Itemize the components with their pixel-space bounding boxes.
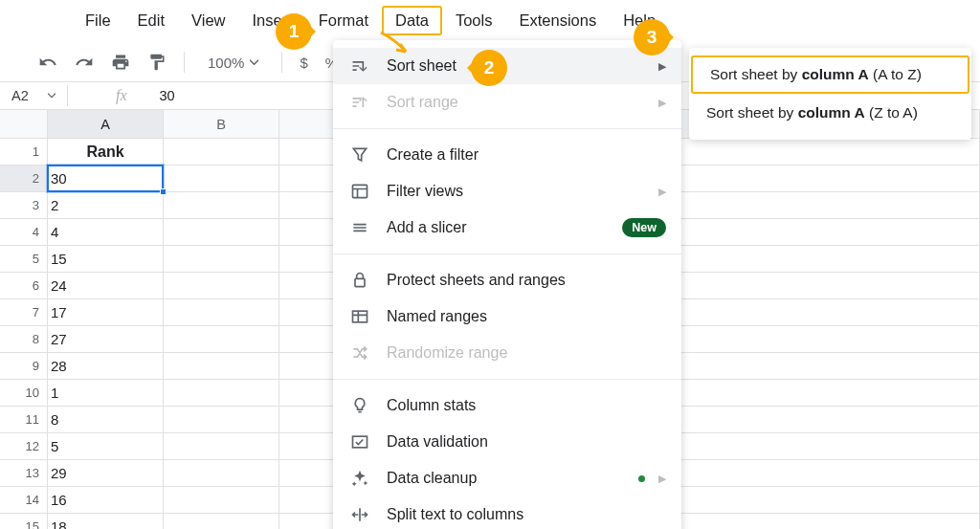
chevron-right-icon: ▶ [658,186,666,198]
chevron-down-icon [250,58,258,67]
cell-value: 30 [51,170,67,187]
menu-create-filter[interactable]: Create a filter [333,137,681,173]
new-badge: New [622,218,666,237]
cell-a2-selected[interactable]: 30 [48,165,164,192]
cell[interactable]: 2 [48,192,164,219]
fx-label: fx [68,87,143,104]
name-box[interactable]: A2 [0,88,56,103]
menu-bar: File Edit View Insert Format Data Tools … [0,0,980,45]
menu-label: Sort sheet [387,57,457,75]
cell[interactable] [164,380,279,407]
cell[interactable]: 5 [48,433,164,460]
row-header[interactable]: 3 [0,192,48,219]
column-header-b[interactable]: B [164,110,279,139]
cell[interactable] [164,165,279,192]
cell[interactable] [164,514,279,529]
cell[interactable] [164,326,279,353]
menu-named-ranges[interactable]: Named ranges [333,298,681,335]
cell[interactable] [164,460,279,487]
cell[interactable]: 28 [48,353,164,380]
menu-protect-sheets[interactable]: Protect sheets and ranges [333,262,681,298]
svg-rect-1 [355,278,365,286]
filter-views-icon [350,182,369,201]
row-header[interactable]: 2 [0,165,48,192]
cell[interactable]: 15 [48,246,164,273]
cell[interactable] [164,299,279,326]
menu-label: Filter views [387,183,463,200]
select-all-corner[interactable] [0,110,48,139]
menu-edit[interactable]: Edit [124,6,178,35]
row-header[interactable]: 12 [0,433,48,460]
row-header[interactable]: 15 [0,514,48,529]
menu-file[interactable]: File [72,6,124,35]
submenu-sort-az[interactable]: Sort sheet by column A (A to Z) [691,55,969,94]
print-icon[interactable] [107,49,134,76]
row-header[interactable]: 13 [0,460,48,487]
row-header[interactable]: 4 [0,219,48,246]
cell[interactable]: 8 [48,407,164,433]
row-header[interactable]: 7 [0,299,48,326]
fill-handle[interactable] [160,188,167,195]
cell[interactable]: 1 [48,380,164,407]
callout-arrow [377,31,415,59]
row-header[interactable]: 10 [0,380,48,407]
data-menu-panel: Sort sheet ▶ Sort range ▶ Create a filte… [333,40,681,529]
menu-column-stats[interactable]: Column stats [333,387,681,424]
cell[interactable] [164,219,279,246]
cell[interactable]: 17 [48,299,164,326]
cell[interactable]: 27 [48,326,164,353]
column-header-a[interactable]: A [48,110,164,139]
slicer-icon [350,218,369,237]
currency-icon[interactable]: $ [296,51,311,75]
validation-icon [350,432,369,452]
menu-label: Split text to columns [387,506,523,523]
cell[interactable]: 16 [48,487,164,514]
cell[interactable] [164,487,279,514]
zoom-selector[interactable]: 100% [208,55,258,71]
menu-label: Data validation [387,433,488,451]
formula-value[interactable]: 30 [143,88,175,103]
menu-filter-views[interactable]: Filter views ▶ [333,173,681,209]
menu-data-validation[interactable]: Data validation [333,424,681,460]
menu-label: Column stats [387,397,476,414]
undo-icon[interactable] [34,49,61,76]
paint-format-icon[interactable] [144,49,170,76]
menu-data-cleanup[interactable]: Data cleanup ▶ [333,460,681,496]
cell[interactable] [164,192,279,219]
svg-rect-0 [353,185,368,197]
row-header[interactable]: 9 [0,353,48,380]
split-icon [350,505,369,524]
row-header[interactable]: 6 [0,273,48,299]
row-header[interactable]: 11 [0,407,48,433]
cell[interactable]: 24 [48,273,164,299]
menu-add-slicer[interactable]: Add a slicer New [333,209,681,246]
menu-split-text[interactable]: Split text to columns [333,496,681,529]
toolbar-separator [281,52,282,73]
menu-view[interactable]: View [178,6,238,35]
row-headers: 1 2 3 4 5 6 7 8 9 10 11 12 13 14 15 [0,110,48,529]
cleanup-icon [350,469,369,488]
submenu-sort-za[interactable]: Sort sheet by column A (Z to A) [689,94,971,132]
menu-tools[interactable]: Tools [442,6,506,35]
cell[interactable]: 4 [48,219,164,246]
callout-2: 2 [471,50,507,86]
cell[interactable]: 18 [48,514,164,529]
cell[interactable] [164,407,279,433]
cell[interactable] [164,353,279,380]
menu-extensions[interactable]: Extensions [505,6,610,35]
chevron-right-icon: ▶ [658,60,666,73]
indicator-dot [638,475,645,482]
redo-icon[interactable] [71,49,98,76]
cell-a1[interactable]: Rank [48,139,164,165]
cell[interactable]: 29 [48,460,164,487]
row-header[interactable]: 8 [0,326,48,353]
chevron-down-icon [48,92,56,99]
row-header[interactable]: 1 [0,139,48,165]
row-header[interactable]: 14 [0,487,48,514]
cell[interactable] [164,246,279,273]
filter-icon [350,145,369,165]
row-header[interactable]: 5 [0,246,48,273]
cell[interactable] [164,433,279,460]
cell[interactable] [164,139,279,165]
cell[interactable] [164,273,279,299]
